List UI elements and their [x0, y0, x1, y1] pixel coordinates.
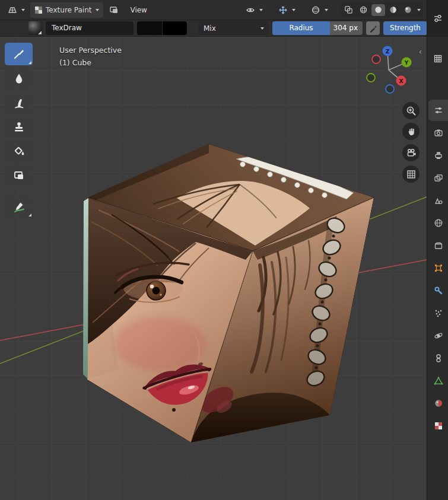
pan-button[interactable] [402, 123, 420, 140]
gizmo-y-label: Y [404, 60, 409, 66]
zoom-button[interactable] [402, 102, 420, 119]
gizmo-y-negative[interactable] [367, 74, 375, 82]
tool-mask[interactable] [5, 164, 33, 187]
chevron-down-icon[interactable] [417, 9, 421, 11]
gizmo-dropdown[interactable] [274, 2, 300, 18]
orthographic-toggle-button[interactable] [402, 165, 420, 183]
tool-fill[interactable] [5, 140, 33, 163]
blender-window: Texture Paint View [0, 0, 448, 500]
grid-ortho-icon [406, 169, 417, 180]
tab-tool[interactable] [428, 100, 448, 121]
3d-viewport[interactable]: User Perspective (1) Cube ‹ [0, 37, 427, 500]
pressure-toggle[interactable] [366, 21, 380, 35]
viewport-overlay-text: User Perspective (1) Cube [59, 44, 122, 69]
smear-icon [12, 96, 26, 109]
data-triangle-icon [434, 376, 443, 386]
chevron-down-icon [292, 9, 296, 11]
menu-view[interactable]: View [125, 6, 152, 14]
constraints-links-icon [434, 353, 443, 363]
shading-wireframe[interactable] [357, 4, 370, 16]
active-object-label: (1) Cube [59, 56, 122, 69]
render-camera-icon [434, 128, 443, 138]
tab-modifiers[interactable] [428, 280, 448, 301]
tab-collection[interactable] [428, 235, 448, 256]
shading-solid[interactable] [371, 4, 385, 16]
image-button[interactable] [104, 2, 123, 18]
tab-view-layer[interactable] [428, 167, 448, 189]
primary-color-swatch[interactable] [137, 21, 163, 35]
tab-particles[interactable] [428, 302, 448, 324]
tab-scene[interactable] [428, 190, 448, 211]
tool-annotate[interactable] [5, 195, 33, 218]
gizmo-z-negative[interactable] [386, 85, 394, 93]
tool-soften[interactable] [5, 67, 33, 90]
3d-scene-canvas[interactable] [0, 37, 427, 500]
properties-sidebar [427, 0, 448, 500]
properties-editor-icon [433, 14, 443, 23]
tab-output[interactable] [428, 145, 448, 166]
texture-paint-mode-icon [34, 6, 43, 14]
scene-cone-sphere-icon [434, 196, 443, 205]
falloff-s​phere-icon [311, 5, 320, 15]
color-swatches [137, 21, 187, 35]
tab-material[interactable] [428, 393, 448, 414]
brush-preview-button[interactable] [28, 21, 42, 35]
perspective-label: User Perspective [59, 44, 122, 56]
tool-smear[interactable] [5, 91, 33, 114]
brush-name-field[interactable]: TexDraw [46, 21, 134, 35]
wireframe-sphere-icon [359, 5, 368, 14]
hand-pan-icon [406, 126, 417, 137]
tab-world[interactable] [428, 212, 448, 234]
tab-object-data[interactable] [428, 370, 448, 391]
editor-type-button[interactable] [4, 2, 29, 18]
tool-draw[interactable] [5, 43, 33, 65]
chevron-down-icon [96, 9, 99, 11]
rendered-sphere-icon [403, 5, 412, 14]
tab-physics[interactable] [428, 325, 448, 346]
gizmo-x-negative[interactable] [372, 55, 380, 63]
tab-render[interactable] [428, 122, 448, 144]
object-square-icon [434, 263, 443, 273]
gizmo-z-label: Z [386, 49, 390, 55]
mode-label: Texture Paint [46, 6, 91, 14]
shading-rendered[interactable] [401, 4, 415, 16]
blush [114, 317, 206, 371]
cube-object[interactable] [83, 144, 374, 442]
world-globe-icon [434, 218, 443, 228]
properties-display-button[interactable] [427, 55, 448, 63]
material-sphere-icon [389, 5, 398, 14]
region-collapse-chevron[interactable]: ‹ [418, 47, 422, 56]
camera-view-button[interactable] [402, 144, 420, 161]
properties-header[interactable] [427, 0, 448, 37]
falloff-dropdown[interactable] [307, 2, 332, 18]
particles-dots-icon [434, 308, 443, 318]
strength-label: Strength [383, 21, 427, 35]
radius-slider[interactable]: Radius 304 px [272, 21, 363, 35]
chevron-down-icon [259, 9, 263, 11]
visibility-dropdown[interactable] [242, 2, 267, 18]
chevron-down-icon [260, 27, 264, 30]
view-layer-images-icon [434, 173, 443, 183]
clone-stamp-icon [12, 120, 26, 133]
soften-droplet-icon [12, 72, 26, 85]
mode-selector[interactable]: Texture Paint [30, 2, 103, 18]
navigation-gizmo[interactable]: Z Y X [363, 45, 417, 98]
blend-mode-select[interactable]: Mix [199, 21, 269, 35]
submenu-corner-icon [28, 61, 31, 64]
submenu-corner-icon [28, 214, 31, 216]
tab-texture[interactable] [428, 415, 448, 437]
tab-object[interactable] [428, 257, 448, 279]
tab-constraints[interactable] [428, 348, 448, 369]
struct-grid-icon [434, 55, 442, 63]
camera-icon [406, 148, 417, 158]
modifier-wrench-icon [434, 286, 443, 295]
chevron-down-icon [21, 9, 25, 11]
physics-orbit-icon [434, 331, 443, 340]
shading-material[interactable] [386, 4, 400, 16]
secondary-color-swatch[interactable] [163, 21, 188, 35]
collection-box-icon [434, 241, 443, 250]
tool-clone[interactable] [5, 116, 33, 138]
strength-slider[interactable]: Strength [383, 21, 427, 35]
fill-bucket-icon [12, 145, 26, 158]
xray-toggle[interactable] [342, 4, 355, 16]
